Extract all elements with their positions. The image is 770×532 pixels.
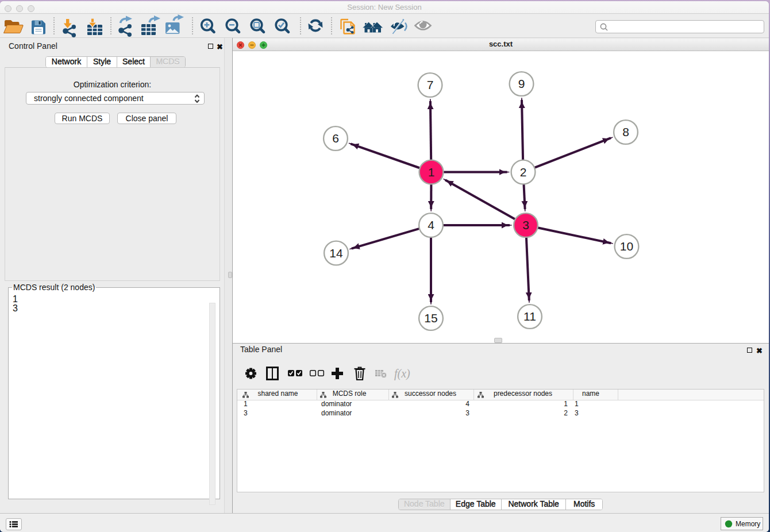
svg-text:8: 8 [622, 125, 629, 138]
svg-text:3: 3 [522, 218, 529, 232]
svg-text:7: 7 [427, 78, 434, 91]
svg-text:2: 2 [520, 165, 527, 179]
svg-text:6: 6 [332, 132, 339, 145]
svg-text:15: 15 [424, 311, 437, 325]
svg-text:f(x): f(x) [394, 367, 410, 380]
svg-text:9: 9 [518, 77, 525, 90]
svg-text:10: 10 [620, 240, 633, 253]
svg-text:14: 14 [329, 246, 343, 260]
svg-text:11: 11 [523, 310, 536, 323]
svg-text:4: 4 [428, 218, 434, 232]
svg-text:1: 1 [428, 165, 435, 179]
